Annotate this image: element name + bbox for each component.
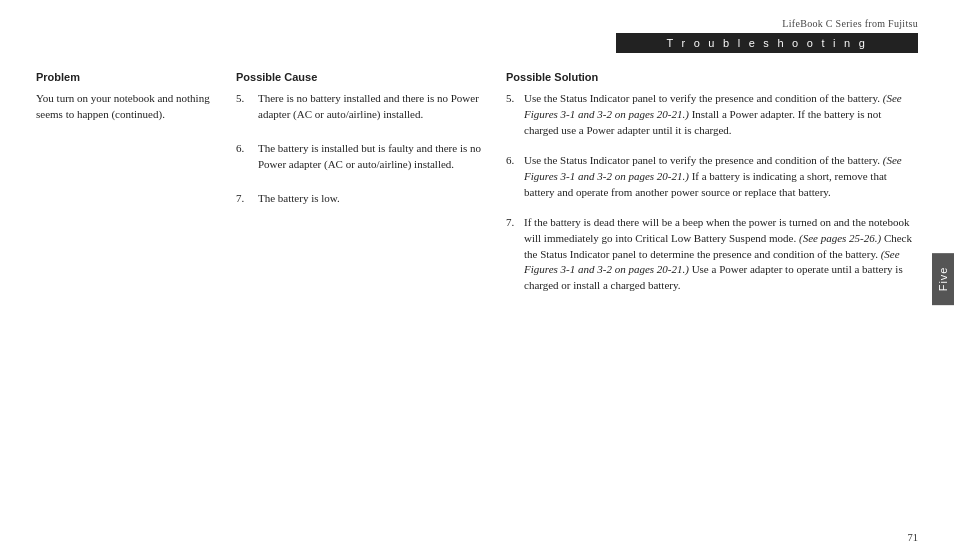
solution-item: 6.Use the Status Indicator panel to veri… — [506, 153, 918, 201]
side-tab-label: Five — [937, 266, 949, 290]
section-title: T r o u b l e s h o o t i n g — [666, 37, 867, 49]
section-title-bar: T r o u b l e s h o o t i n g — [616, 33, 918, 53]
cause-text: The battery is installed but is faulty a… — [258, 141, 490, 173]
solution-header: Possible Solution — [506, 71, 918, 83]
cause-item: 7.The battery is low. — [236, 191, 490, 207]
cause-header: Possible Cause — [236, 71, 490, 83]
page-header: LifeBook C Series from Fujitsu — [0, 0, 954, 33]
page-number: 71 — [908, 532, 919, 543]
solution-text: Use the Status Indicator panel to verify… — [524, 153, 918, 201]
solution-text: If the battery is dead there will be a b… — [524, 215, 918, 295]
header-title: LifeBook C Series from Fujitsu — [782, 18, 918, 29]
title-bar-left — [36, 33, 326, 53]
cause-list: 5.There is no battery installed and ther… — [236, 91, 490, 207]
solution-num: 6. — [506, 153, 524, 169]
cause-column: Possible Cause 5.There is no battery ins… — [236, 71, 506, 308]
cause-item: 5.There is no battery installed and ther… — [236, 91, 490, 123]
cause-item: 6.The battery is installed but is faulty… — [236, 141, 490, 173]
solution-item: 7.If the battery is dead there will be a… — [506, 215, 918, 295]
cause-num: 5. — [236, 91, 258, 107]
solution-text: Use the Status Indicator panel to verify… — [524, 91, 918, 139]
solution-num: 5. — [506, 91, 524, 107]
problem-column: Problem You turn on your notebook and no… — [36, 71, 236, 308]
cause-num: 7. — [236, 191, 258, 207]
cause-text: There is no battery installed and there … — [258, 91, 490, 123]
problem-text: You turn on your notebook and nothing se… — [36, 92, 210, 120]
problem-header: Problem — [36, 71, 216, 83]
page-footer: 71 — [908, 532, 919, 543]
solution-list: 5.Use the Status Indicator panel to veri… — [506, 91, 918, 294]
cause-num: 6. — [236, 141, 258, 157]
side-tab: Five — [932, 252, 954, 304]
solution-num: 7. — [506, 215, 524, 231]
solution-item: 5.Use the Status Indicator panel to veri… — [506, 91, 918, 139]
solution-column: Possible Solution 5.Use the Status Indic… — [506, 71, 918, 308]
cause-text: The battery is low. — [258, 191, 490, 207]
